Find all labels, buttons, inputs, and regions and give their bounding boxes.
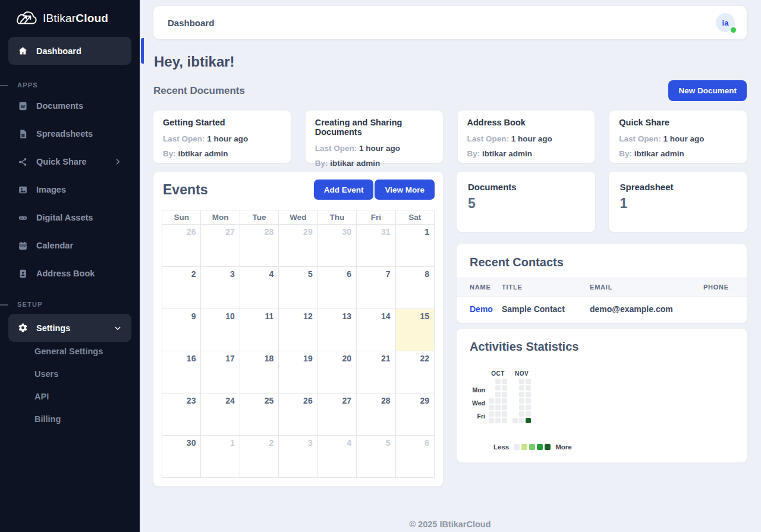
document-card[interactable]: Quick Share Last Open: 1 hour ago By: ib… <box>609 111 747 163</box>
chevron-down-icon <box>114 324 122 332</box>
word-document-icon: W <box>18 101 28 111</box>
calendar-day-cell[interactable]: 24 <box>201 394 240 436</box>
sidebar-item-spreadsheets[interactable]: Spreadsheets <box>8 123 131 144</box>
heatmap-cell <box>495 398 501 404</box>
sidebar-item-documents[interactable]: W Documents <box>8 95 131 117</box>
new-document-button[interactable]: New Document <box>668 80 747 101</box>
calendar-day-cell[interactable]: 17 <box>201 351 240 394</box>
sidebar-item-dashboard[interactable]: Dashboard <box>8 37 131 65</box>
sidebar-section-apps: APPS <box>0 81 140 89</box>
sidebar-item-calendar[interactable]: Calendar <box>8 235 131 256</box>
calendar-day-cell[interactable]: 6 <box>395 436 434 478</box>
events-title: Events <box>163 182 207 198</box>
calendar-day-cell[interactable]: 2 <box>240 436 278 478</box>
calendar-day-cell[interactable]: 4 <box>240 267 278 309</box>
by-value: ibtikar admin <box>178 149 228 158</box>
calendar-week-row: 9101112131415 <box>162 309 435 351</box>
heatmap-cell <box>489 418 494 423</box>
sidebar-item-label: Address Book <box>36 269 95 278</box>
calendar-body: 2627282930311234567891011121314151617181… <box>162 225 435 478</box>
calendar-day-cell[interactable]: 7 <box>357 267 395 309</box>
svg-text:W: W <box>21 103 26 109</box>
sidebar-item-general-settings[interactable]: General Settings <box>34 347 140 356</box>
heatmap-cell <box>502 379 507 384</box>
calendar-day-cell[interactable]: 4 <box>317 436 356 478</box>
add-event-button[interactable]: Add Event <box>314 180 374 200</box>
calendar-day-cell[interactable]: 21 <box>357 351 395 394</box>
calendar-day-cell[interactable]: 30 <box>317 225 356 267</box>
by-value: ibtikar admin <box>330 159 380 168</box>
calendar-day-cell[interactable]: 2 <box>162 267 201 309</box>
avatar-initials: ia <box>722 18 729 27</box>
heatmap-cell <box>495 392 501 397</box>
calendar-day-cell[interactable]: 28 <box>357 394 395 436</box>
calendar-day-header: Fri <box>357 210 395 225</box>
sidebar-item-users[interactable]: Users <box>34 369 140 379</box>
sidebar: IBtikarCloud Dashboard APPS W Documents … <box>0 0 140 532</box>
calendar-day-cell[interactable]: 31 <box>357 225 395 267</box>
sidebar-item-label: Calendar <box>36 241 73 250</box>
contact-name-link[interactable]: Demo <box>457 297 502 323</box>
heatmap-cell <box>495 418 501 423</box>
calendar-day-cell[interactable]: 14 <box>357 309 395 351</box>
sidebar-item-digital-assets[interactable]: Digital Assets <box>8 207 131 228</box>
spreadsheet-count-card[interactable]: Spreadsheet 1 <box>609 172 747 232</box>
calendar-day-cell[interactable]: 10 <box>201 309 240 351</box>
column-header-name: NAME <box>457 278 502 297</box>
count-label: Spreadsheet <box>620 182 736 192</box>
activities-statistics-card: Activities Statistics MonWedFri OCTNOV L… <box>457 329 747 462</box>
calendar-day-cell[interactable]: 9 <box>162 309 201 351</box>
calendar-day-cell[interactable]: 8 <box>395 267 434 309</box>
calendar-day-cell[interactable]: 16 <box>162 351 201 394</box>
calendar-day-cell[interactable]: 22 <box>395 351 434 394</box>
calendar-day-cell[interactable]: 19 <box>279 351 317 394</box>
heatmap-cell <box>502 405 507 410</box>
calendar-day-cell[interactable]: 13 <box>317 309 356 351</box>
calendar-day-cell[interactable]: 28 <box>240 225 278 267</box>
calendar-day-cell[interactable]: 1 <box>201 436 240 478</box>
sidebar-item-billing[interactable]: Billing <box>34 414 140 424</box>
avatar[interactable]: ia <box>716 13 735 32</box>
heatmap-cell <box>489 405 494 410</box>
calendar-day-cell[interactable]: 1 <box>395 225 434 267</box>
calendar-day-cell[interactable]: 30 <box>162 436 201 478</box>
calendar-day-cell[interactable]: 26 <box>162 225 201 267</box>
calendar-day-cell[interactable]: 26 <box>279 394 317 436</box>
document-card[interactable]: Creating and Sharing Documents Last Open… <box>306 111 443 163</box>
documents-count-card[interactable]: Documents 5 <box>457 172 595 232</box>
calendar-day-cell[interactable]: 27 <box>317 394 356 436</box>
calendar-day-cell[interactable]: 3 <box>279 436 317 478</box>
last-open-value: 1 hour ago <box>511 134 552 143</box>
calendar-day-cell[interactable]: 29 <box>395 394 434 436</box>
calendar-day-cell[interactable]: 11 <box>240 309 278 351</box>
gear-icon <box>18 323 28 333</box>
sidebar-item-address-book[interactable]: Address Book <box>8 263 131 284</box>
document-card[interactable]: Getting Started Last Open: 1 hour ago By… <box>153 111 291 163</box>
calendar-day-cell[interactable]: 5 <box>357 436 395 478</box>
heatmap-cell <box>526 379 531 384</box>
heatmap-cell <box>526 405 531 410</box>
calendar-day-cell[interactable]: 25 <box>240 394 278 436</box>
sidebar-item-settings[interactable]: Settings <box>8 314 131 342</box>
heatmap-months: OCTNOV <box>489 370 531 426</box>
sidebar-item-api[interactable]: API <box>34 392 140 401</box>
sidebar-item-images[interactable]: Images <box>8 179 131 200</box>
calendar-day-cell[interactable]: 23 <box>162 394 201 436</box>
calendar-day-cell[interactable]: 18 <box>240 351 278 394</box>
calendar-day-cell[interactable]: 5 <box>279 267 317 309</box>
calendar-day-cell[interactable]: 27 <box>201 225 240 267</box>
calendar-day-cell[interactable]: 20 <box>317 351 356 394</box>
calendar-day-cell[interactable]: 3 <box>201 267 240 309</box>
online-status-dot <box>731 27 736 33</box>
heatmap-cell <box>495 385 501 391</box>
calendar-day-cell[interactable]: 29 <box>279 225 317 267</box>
document-card[interactable]: Address Book Last Open: 1 hour ago By: i… <box>458 111 595 163</box>
calendar-day-cell[interactable]: 6 <box>317 267 356 309</box>
calendar-day-cell[interactable]: 12 <box>279 309 317 351</box>
view-more-button[interactable]: View More <box>375 180 435 200</box>
document-title: Quick Share <box>619 118 737 127</box>
sidebar-item-quick-share[interactable]: Quick Share <box>8 151 131 172</box>
calendar-day-cell[interactable]: 15 <box>395 309 434 351</box>
heatmap-cell <box>502 398 507 404</box>
heatmap-cell <box>526 411 531 417</box>
